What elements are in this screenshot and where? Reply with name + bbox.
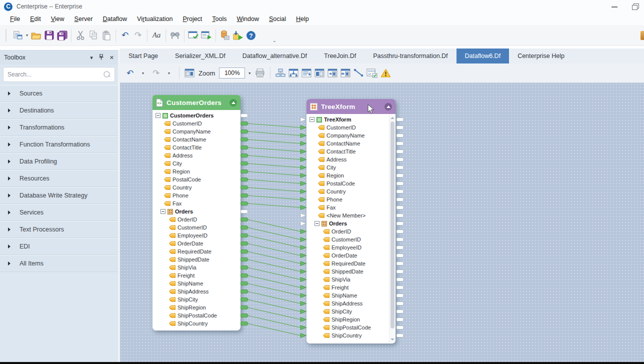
expand-arrow-icon[interactable]	[8, 142, 10, 146]
input-port[interactable]	[300, 326, 306, 330]
output-port[interactable]	[241, 258, 248, 262]
output-port[interactable]	[396, 166, 404, 170]
output-port[interactable]	[396, 182, 404, 186]
toolbox-item-edi[interactable]: EDI	[0, 238, 118, 255]
input-port[interactable]	[300, 334, 306, 338]
mapping-line[interactable]	[248, 316, 300, 328]
output-port[interactable]	[241, 322, 248, 326]
search-input[interactable]	[8, 71, 104, 78]
output-port[interactable]	[396, 206, 404, 210]
tab-dataflow6-df[interactable]: Dataflow6.Df	[456, 48, 510, 64]
mapping-line[interactable]	[248, 204, 300, 208]
output-port[interactable]	[241, 250, 248, 254]
output-port[interactable]	[241, 122, 248, 126]
output-port[interactable]	[241, 218, 248, 222]
output-port[interactable]	[396, 198, 404, 202]
layout-panel-double-arrow-button[interactable]	[340, 66, 352, 80]
output-port[interactable]	[396, 126, 404, 130]
import-run-button[interactable]	[232, 29, 244, 42]
output-port[interactable]	[396, 174, 404, 178]
pin-icon[interactable]	[99, 54, 104, 61]
new-file-dropdown-button[interactable]	[12, 29, 24, 42]
mapping-line[interactable]	[248, 164, 300, 168]
input-port[interactable]	[300, 318, 306, 322]
preview-data-button[interactable]: 0101110	[366, 66, 378, 80]
undo-button[interactable]: ↶	[118, 29, 132, 42]
output-port[interactable]	[396, 134, 404, 138]
mapping-line[interactable]	[248, 188, 300, 192]
output-port[interactable]	[241, 194, 248, 198]
input-port[interactable]	[300, 166, 306, 170]
mapping-line[interactable]	[248, 308, 300, 320]
mapping-line[interactable]	[248, 196, 300, 200]
close-icon[interactable]: ✕	[110, 54, 114, 61]
output-port[interactable]	[241, 242, 248, 246]
input-port[interactable]	[300, 158, 306, 162]
mapping-line[interactable]	[248, 124, 300, 128]
expand-arrow-icon[interactable]	[8, 194, 10, 198]
output-port[interactable]	[396, 286, 404, 290]
output-port[interactable]	[241, 114, 248, 118]
toolbox-item-destinations[interactable]: Destinations	[0, 102, 118, 119]
menu-item-virtualization[interactable]: Virtualization	[132, 14, 178, 24]
input-port[interactable]	[300, 174, 306, 178]
expand-arrow-icon[interactable]	[8, 228, 10, 232]
open-folder-button[interactable]	[30, 29, 42, 42]
menu-item-window[interactable]: Window	[232, 14, 264, 24]
output-port[interactable]	[396, 150, 404, 154]
mapping-line[interactable]	[248, 148, 300, 152]
warning-button[interactable]	[380, 66, 392, 80]
toolbox-item-all-items[interactable]: All Items	[0, 255, 118, 272]
output-port[interactable]	[396, 230, 404, 234]
mapping-line[interactable]	[248, 172, 300, 176]
output-port[interactable]	[396, 318, 404, 322]
minimize-button[interactable]	[611, 4, 618, 10]
print-button[interactable]	[254, 66, 266, 80]
input-port[interactable]	[300, 134, 306, 138]
input-port[interactable]	[300, 270, 306, 274]
output-port[interactable]	[396, 326, 404, 330]
tab-dataflow-alternative-df[interactable]: Dataflow_alternative.Df	[234, 48, 316, 64]
output-port[interactable]	[241, 226, 248, 230]
menu-item-tools[interactable]: Tools	[207, 14, 232, 24]
output-port[interactable]	[241, 130, 248, 134]
expand-arrow-icon[interactable]	[8, 108, 10, 112]
input-port[interactable]	[300, 190, 306, 194]
input-port[interactable]	[300, 142, 306, 146]
menu-item-view[interactable]: View	[46, 14, 70, 24]
font-style-button[interactable]: Aa	[150, 29, 163, 42]
deploy-database-button[interactable]	[218, 29, 232, 42]
toolbar-grip[interactable]	[5, 29, 8, 42]
search-icon[interactable]	[104, 71, 110, 78]
mapping-line[interactable]	[248, 180, 300, 184]
tab-treejoin-df[interactable]: TreeJoin.Df	[316, 48, 364, 64]
expand-arrow-icon[interactable]	[8, 126, 10, 130]
tab-start-page[interactable]: Start Page	[120, 48, 166, 64]
output-port[interactable]	[241, 178, 248, 182]
paste-button[interactable]	[100, 29, 113, 42]
input-port[interactable]	[300, 118, 306, 122]
zoom-select[interactable]: 100%	[219, 68, 245, 78]
output-port[interactable]	[241, 314, 248, 318]
save-button[interactable]	[42, 29, 56, 42]
mapping-line[interactable]	[248, 140, 300, 144]
menu-item-help[interactable]: Help	[291, 14, 314, 24]
mapping-line[interactable]	[248, 324, 300, 336]
tab-passthru-transformation-df[interactable]: Passthru-transformation.Df	[364, 48, 456, 64]
input-port[interactable]	[300, 246, 306, 250]
mapping-line[interactable]	[248, 300, 300, 312]
mapping-line[interactable]	[248, 276, 300, 288]
expand-arrow-icon[interactable]	[8, 262, 10, 266]
mapping-line[interactable]	[248, 228, 300, 240]
output-port[interactable]	[396, 302, 404, 306]
input-port[interactable]	[300, 198, 306, 202]
output-port[interactable]	[396, 118, 404, 122]
layout-list-down-button[interactable]	[300, 66, 312, 80]
chevron-down-icon[interactable]: ▾	[90, 54, 93, 61]
toolbox-item-database-write-strategy[interactable]: Database Write Strategy	[0, 187, 118, 204]
output-port[interactable]	[396, 262, 404, 266]
expand-arrow-icon[interactable]	[8, 160, 10, 164]
output-port[interactable]	[396, 270, 404, 274]
toolbox-item-text-processors[interactable]: Text Processors	[0, 221, 118, 238]
output-port[interactable]	[241, 274, 248, 278]
